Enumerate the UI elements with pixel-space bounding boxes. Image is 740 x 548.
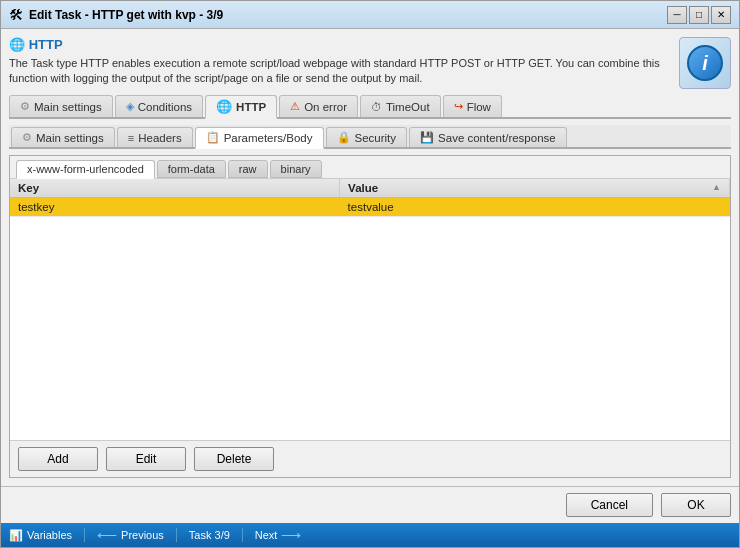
status-divider-1 xyxy=(84,528,85,542)
sub-tabs: ⚙ Main settings ≡ Headers 📋 Parameters/B… xyxy=(9,125,731,149)
table-header-row: Key Value ▲ xyxy=(10,179,730,198)
kvp-table: Key Value ▲ testkeytestvalue xyxy=(10,179,730,217)
cell-value: testvalue xyxy=(340,198,730,217)
status-next[interactable]: Next ⟶ xyxy=(255,527,302,543)
tab-on-error[interactable]: ⚠ On error xyxy=(279,95,358,117)
save-icon: 💾 xyxy=(420,131,434,144)
col-key: Key xyxy=(10,179,340,198)
cancel-button[interactable]: Cancel xyxy=(566,493,653,517)
ok-button[interactable]: OK xyxy=(661,493,731,517)
add-button[interactable]: Add xyxy=(18,447,98,471)
table-body: testkeytestvalue xyxy=(10,198,730,217)
tab-flow[interactable]: ↪ Flow xyxy=(443,95,502,117)
tab-http[interactable]: 🌐 HTTP xyxy=(205,95,277,119)
info-icon: i xyxy=(687,45,723,81)
inner-tab-formdata[interactable]: form-data xyxy=(157,160,226,178)
col-value: Value ▲ xyxy=(340,179,730,198)
sub-tab-main-settings[interactable]: ⚙ Main settings xyxy=(11,127,115,147)
sub-tab-security[interactable]: 🔒 Security xyxy=(326,127,408,147)
sub-tab-save-content[interactable]: 💾 Save content/response xyxy=(409,127,567,147)
main-tabs: ⚙ Main settings ◈ Conditions 🌐 HTTP ⚠ On… xyxy=(9,95,731,119)
title-bar: 🛠 Edit Task - HTTP get with kvp - 3/9 ─ … xyxy=(1,1,739,29)
window-title: Edit Task - HTTP get with kvp - 3/9 xyxy=(29,8,223,22)
section-header-text: 🌐 HTTP The Task type HTTP enables execut… xyxy=(9,37,669,87)
inner-tab-binary[interactable]: binary xyxy=(270,160,322,178)
maximize-button[interactable]: □ xyxy=(689,6,709,24)
content-panel: x-www-form-urlencoded form-data raw bina… xyxy=(9,155,731,478)
next-arrow-icon: ⟶ xyxy=(281,527,301,543)
flow-icon: ↪ xyxy=(454,100,463,113)
status-divider-2 xyxy=(176,528,177,542)
warning-icon: ⚠ xyxy=(290,100,300,113)
minimize-button[interactable]: ─ xyxy=(667,6,687,24)
table-button-row: Add Edit Delete xyxy=(10,440,730,477)
status-previous[interactable]: ⟵ Previous xyxy=(97,527,164,543)
section-header: 🌐 HTTP The Task type HTTP enables execut… xyxy=(9,37,731,89)
status-divider-3 xyxy=(242,528,243,542)
variables-icon: 📊 xyxy=(9,529,23,542)
delete-button[interactable]: Delete xyxy=(194,447,274,471)
kvp-table-container: Key Value ▲ testkeytestvalue xyxy=(10,179,730,440)
sort-arrow: ▲ xyxy=(712,182,721,192)
status-bar: 📊 Variables ⟵ Previous Task 3/9 Next ⟶ xyxy=(1,523,739,547)
title-bar-left: 🛠 Edit Task - HTTP get with kvp - 3/9 xyxy=(9,7,223,23)
edit-button[interactable]: Edit xyxy=(106,447,186,471)
action-bar: Cancel OK xyxy=(1,486,739,523)
headers-icon: ≡ xyxy=(128,132,134,144)
sub-gear-icon: ⚙ xyxy=(22,131,32,144)
status-task-info: Task 3/9 xyxy=(189,529,230,541)
http-icon: 🌐 xyxy=(216,99,232,114)
inner-tabs: x-www-form-urlencoded form-data raw bina… xyxy=(10,156,730,179)
gear-icon: ⚙ xyxy=(20,100,30,113)
sub-tab-parameters[interactable]: 📋 Parameters/Body xyxy=(195,127,324,149)
params-icon: 📋 xyxy=(206,131,220,144)
cell-key: testkey xyxy=(10,198,340,217)
inner-tab-raw[interactable]: raw xyxy=(228,160,268,178)
table-row[interactable]: testkeytestvalue xyxy=(10,198,730,217)
previous-arrow-icon: ⟵ xyxy=(97,527,117,543)
section-description: The Task type HTTP enables execution a r… xyxy=(9,56,669,87)
window-controls: ─ □ ✕ xyxy=(667,6,731,24)
close-button[interactable]: ✕ xyxy=(711,6,731,24)
inner-tab-xwww[interactable]: x-www-form-urlencoded xyxy=(16,160,155,179)
sub-tab-headers[interactable]: ≡ Headers xyxy=(117,127,193,147)
http-globe-icon: 🌐 xyxy=(9,37,25,52)
app-icon: 🛠 xyxy=(9,7,23,23)
content-area: 🌐 HTTP The Task type HTTP enables execut… xyxy=(1,29,739,486)
tab-conditions[interactable]: ◈ Conditions xyxy=(115,95,203,117)
status-variables[interactable]: 📊 Variables xyxy=(9,529,72,542)
security-icon: 🔒 xyxy=(337,131,351,144)
conditions-icon: ◈ xyxy=(126,100,134,113)
main-window: 🛠 Edit Task - HTTP get with kvp - 3/9 ─ … xyxy=(0,0,740,548)
info-icon-box: i xyxy=(679,37,731,89)
tab-timeout[interactable]: ⏱ TimeOut xyxy=(360,95,441,117)
clock-icon: ⏱ xyxy=(371,101,382,113)
section-title: 🌐 HTTP xyxy=(9,37,669,52)
tab-main-settings[interactable]: ⚙ Main settings xyxy=(9,95,113,117)
